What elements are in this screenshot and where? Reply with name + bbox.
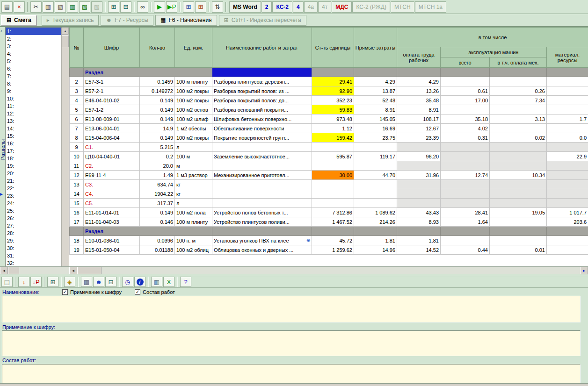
cell-name[interactable]: Установка уголков ПВХ на клее◉ bbox=[212, 236, 312, 245]
info-badge-icon[interactable]: i bbox=[134, 277, 145, 287]
cell-name[interactable]: Устройство плинтусов поливи... bbox=[212, 217, 312, 227]
cell-cost[interactable]: 45.72 bbox=[312, 236, 354, 245]
cell-unit[interactable]: 100 м2 шлиф bbox=[175, 114, 212, 124]
cell-oper[interactable] bbox=[490, 124, 547, 133]
cell-cost[interactable]: 1 467.52 bbox=[312, 217, 354, 227]
note-memo-field[interactable] bbox=[2, 330, 581, 356]
cell-oper[interactable] bbox=[490, 180, 547, 189]
cell-direct[interactable]: 14.96 bbox=[354, 245, 397, 255]
cell-oper[interactable] bbox=[490, 236, 547, 245]
cell-direct[interactable] bbox=[354, 199, 397, 208]
cell-labor[interactable] bbox=[397, 189, 441, 199]
cell-labor[interactable]: 23.39 bbox=[397, 133, 441, 143]
cell-name[interactable] bbox=[212, 161, 312, 171]
cell-cost[interactable]: 30.00 bbox=[312, 171, 354, 180]
cell-num[interactable]: 14 bbox=[70, 189, 84, 199]
checkbox-note-to-code[interactable]: ✓Примечание к шифру bbox=[62, 289, 122, 295]
cell-direct[interactable]: 44.70 bbox=[354, 171, 397, 180]
cell-qty[interactable]: 14.9 bbox=[140, 124, 175, 133]
checkbox-work-scope[interactable]: ✓Состав работ bbox=[135, 289, 175, 295]
scroll-left-icon[interactable]: ◄ bbox=[69, 267, 77, 274]
section-list-item[interactable]: 2: bbox=[6, 35, 61, 43]
section-label[interactable]: Раздел bbox=[84, 68, 212, 77]
cell-mach[interactable] bbox=[441, 143, 490, 152]
cell-qty[interactable]: 0.149 bbox=[140, 105, 175, 114]
cell-cost[interactable] bbox=[312, 143, 354, 152]
new-doc-icon[interactable]: ▤ bbox=[1, 1, 13, 13]
cell-qty[interactable]: 0.149 bbox=[140, 114, 175, 124]
section-list-item[interactable]: 10: bbox=[6, 95, 61, 102]
cell-unit[interactable]: 100 м2 пола bbox=[175, 208, 212, 217]
cell-oper[interactable]: 10.34 bbox=[490, 171, 547, 180]
cell-direct[interactable]: 1.81 bbox=[354, 236, 397, 245]
row-height-spinner-icon[interactable]: ⇅ bbox=[212, 1, 223, 13]
section-list-item[interactable]: 26: bbox=[6, 214, 61, 222]
hscroll-track[interactable] bbox=[102, 267, 580, 274]
cell-num[interactable] bbox=[70, 68, 84, 77]
cell-mat[interactable] bbox=[547, 199, 588, 208]
cell-mat[interactable]: 22.9 bbox=[547, 152, 588, 161]
cell-qty[interactable]: 20.0 bbox=[140, 161, 175, 171]
cell-direct[interactable] bbox=[354, 143, 397, 152]
cell-labor[interactable] bbox=[397, 199, 441, 208]
cell-labor[interactable] bbox=[397, 143, 441, 152]
cell[interactable] bbox=[547, 227, 588, 236]
cell-name[interactable]: Механизированное приготовл... bbox=[212, 171, 312, 180]
cell-mach[interactable] bbox=[441, 236, 490, 245]
cell-name[interactable] bbox=[212, 199, 312, 208]
form-4-button[interactable]: 4 bbox=[293, 1, 304, 13]
cell-name[interactable]: Разборка плинтусов: деревян... bbox=[212, 77, 312, 86]
cell-oper[interactable] bbox=[490, 152, 547, 161]
cell-unit[interactable]: кг bbox=[175, 180, 212, 189]
section-list-item[interactable]: 3: bbox=[6, 43, 61, 50]
cell-code[interactable]: С3. bbox=[84, 180, 140, 189]
works-memo-field[interactable] bbox=[2, 364, 581, 383]
cell-qty[interactable]: 0.149 bbox=[140, 208, 175, 217]
cell-mat[interactable] bbox=[547, 180, 588, 189]
section-list-item[interactable]: 32: bbox=[6, 259, 61, 267]
cell-mach[interactable]: 17.00 bbox=[441, 96, 490, 105]
cell-code[interactable]: Е11-01-040-03 bbox=[84, 217, 140, 227]
cell-mat[interactable] bbox=[547, 189, 588, 199]
cell-name[interactable]: Устройство полов бетонных т... bbox=[212, 208, 312, 217]
cell-code[interactable]: Е57-2-1 bbox=[84, 86, 140, 96]
ks2-rzhd-button[interactable]: КС-2 (РЖД) bbox=[352, 1, 390, 13]
form-2-button[interactable]: 2 bbox=[261, 1, 272, 13]
cell[interactable] bbox=[490, 68, 547, 77]
cell-unit[interactable]: 100 м плинту bbox=[175, 77, 212, 86]
cell-code[interactable]: Е69-11-4 bbox=[84, 171, 140, 180]
cell-qty[interactable]: 0.01188 bbox=[140, 245, 175, 255]
cell-qty[interactable]: 1.49 bbox=[140, 171, 175, 180]
cell-code[interactable]: Е11-01-014-01 bbox=[84, 208, 140, 217]
checkbox-box[interactable]: ✓ bbox=[62, 289, 68, 295]
cell-direct[interactable]: 119.17 bbox=[354, 152, 397, 161]
cell-mat[interactable] bbox=[547, 96, 588, 105]
delete-record-icon[interactable]: × bbox=[14, 1, 25, 13]
cell-cost[interactable]: 92.90 bbox=[312, 86, 354, 96]
paste-fragment-icon[interactable]: ▧ bbox=[79, 1, 90, 13]
cell-cost[interactable]: 1.12 bbox=[312, 124, 354, 133]
section-list-item[interactable]: 22: bbox=[6, 185, 61, 192]
cell-num[interactable]: 8 bbox=[70, 133, 84, 143]
cell-mach[interactable]: 35.18 bbox=[441, 114, 490, 124]
cell-name[interactable] bbox=[212, 227, 312, 236]
cell-mach[interactable]: 4.02 bbox=[441, 124, 490, 133]
tab-indices[interactable]: ⊞Ctrl+I - Индексы пересчета bbox=[219, 15, 306, 26]
cell-oper[interactable]: 0.01 bbox=[490, 245, 547, 255]
cell[interactable] bbox=[354, 68, 397, 77]
cell-qty[interactable]: 5.215 bbox=[140, 143, 175, 152]
section-list-item[interactable]: 16: bbox=[6, 140, 61, 147]
cell-qty[interactable]: 0.149 bbox=[140, 96, 175, 105]
section-list-item[interactable]: 28: bbox=[6, 229, 61, 237]
grid-hscrollbar[interactable]: ◄ ► bbox=[69, 266, 588, 274]
cell-qty[interactable]: 0.0396 bbox=[140, 236, 175, 245]
cell-cost[interactable] bbox=[312, 180, 354, 189]
section-list-item[interactable]: 13: bbox=[6, 117, 61, 125]
cell-num[interactable]: 6 bbox=[70, 114, 84, 124]
cell-num[interactable]: 19 bbox=[70, 245, 84, 255]
cell-mach[interactable] bbox=[441, 180, 490, 189]
cell[interactable] bbox=[354, 227, 397, 236]
cell-labor[interactable]: 12.67 bbox=[397, 124, 441, 133]
table-search-icon[interactable]: ⊟ bbox=[105, 277, 116, 287]
cut-icon[interactable]: ✂ bbox=[30, 1, 42, 13]
